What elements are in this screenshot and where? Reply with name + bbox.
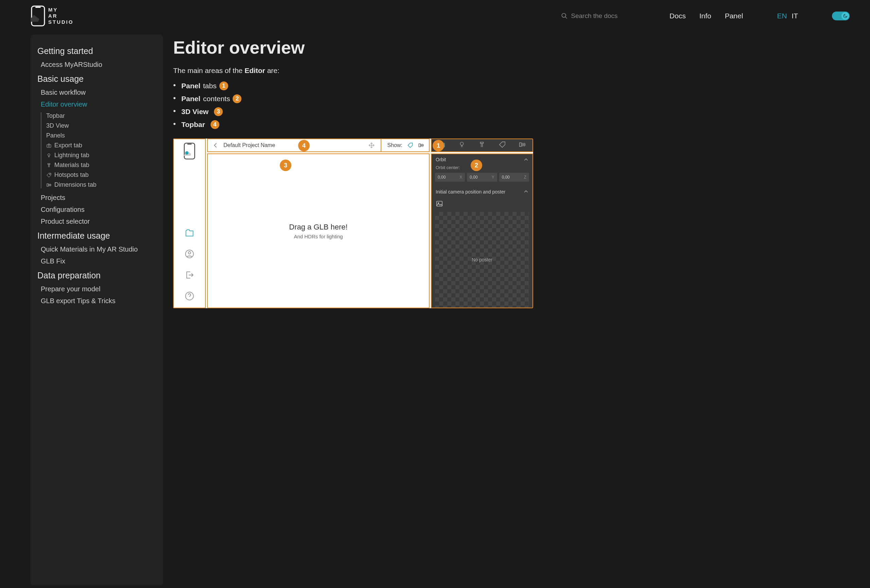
marker-1: 1 <box>433 140 444 152</box>
sidebar-sub-panels[interactable]: Panels <box>46 132 156 139</box>
mock-project-name: Default Project Name <box>223 142 364 148</box>
svg-point-11 <box>185 152 188 155</box>
editor-screenshot: Default Project Name Show: Drag a GLB he… <box>173 138 533 308</box>
ruler-icon <box>518 141 526 150</box>
sidebar-section-basic[interactable]: Basic usage <box>37 74 156 84</box>
sidebar-section-intermediate[interactable]: Intermediate usage <box>37 231 156 241</box>
sidebar-sub-export[interactable]: Export tab <box>46 142 156 149</box>
svg-rect-1 <box>35 7 41 8</box>
tag-icon <box>407 142 413 148</box>
bulb-icon <box>46 153 52 158</box>
chevron-up-icon <box>524 157 528 162</box>
mock-panel-contents: Orbit Orbit center: 0,00X 0,00Y 0,00Z In… <box>431 153 533 308</box>
mock-show-label: Show: <box>387 142 402 148</box>
list-item: 3D View 3 <box>173 105 533 118</box>
svg-rect-4 <box>47 144 51 147</box>
chevron-left-icon <box>213 142 219 148</box>
marker-3: 3 <box>280 159 291 171</box>
sidebar-item-glb-fix[interactable]: GLB Fix <box>37 255 156 267</box>
page-list: Panel tabs 1 Panel contents 2 3D View 3 … <box>173 79 533 131</box>
sidebar-item-configurations[interactable]: Configurations <box>37 204 156 216</box>
sidebar-item-glb-tips[interactable]: GLB export Tips & Tricks <box>37 295 156 307</box>
help-icon <box>185 291 194 301</box>
badge-2: 2 <box>232 94 241 103</box>
mock-field-x: 0,00X <box>435 173 465 182</box>
list-item: Panel tabs 1 <box>173 79 533 92</box>
sidebar-sub-materials[interactable]: Materials tab <box>46 162 156 169</box>
chevron-up-icon <box>524 189 528 194</box>
sidebar-item-product-selector[interactable]: Product selector <box>37 216 156 228</box>
svg-point-18 <box>460 142 463 145</box>
lang-en[interactable]: EN <box>777 12 787 20</box>
mock-camera-header: Initial camera position and poster <box>432 186 532 198</box>
sidebar-item-access[interactable]: Access MyARStudio <box>37 59 156 71</box>
move-icon <box>368 142 375 148</box>
mock-field-y: 0,00Y <box>467 173 497 182</box>
badge-4: 4 <box>210 120 219 129</box>
logo[interactable]: MY AR STUDIO <box>31 6 74 27</box>
moon-icon <box>842 12 849 20</box>
brush-icon <box>46 162 52 168</box>
brush-icon <box>478 141 486 150</box>
nav-panel[interactable]: Panel <box>725 12 743 20</box>
page-intro: The main areas of the Editor are: <box>173 67 533 75</box>
sidebar-item-prepare-model[interactable]: Prepare your model <box>37 283 156 295</box>
mock-drag-subtext: And HDRs for lighting <box>294 234 343 239</box>
search[interactable] <box>561 12 639 20</box>
logo-text: MY AR STUDIO <box>48 7 74 25</box>
image-icon <box>436 200 528 208</box>
mock-panel-tabs <box>431 138 533 152</box>
ruler-icon <box>418 142 424 148</box>
folder-icon <box>185 228 194 238</box>
app-topbar: MY AR STUDIO Docs Info Panel EN IT <box>0 0 870 32</box>
marker-4: 4 <box>298 140 310 152</box>
search-input[interactable] <box>571 12 639 20</box>
badge-1: 1 <box>219 82 228 90</box>
svg-rect-15 <box>419 144 420 147</box>
svg-rect-19 <box>520 143 521 147</box>
theme-toggle[interactable] <box>832 12 850 20</box>
svg-rect-9 <box>185 143 195 159</box>
sidebar-sub-dimensions[interactable]: Dimensions tab <box>46 181 156 188</box>
svg-rect-20 <box>437 201 442 206</box>
badge-3: 3 <box>214 107 223 116</box>
nav-info[interactable]: Info <box>699 12 711 20</box>
sidebar: Getting started Access MyARStudio Basic … <box>31 35 163 585</box>
mock-topbar: Default Project Name Show: <box>207 138 429 152</box>
search-icon <box>561 13 568 19</box>
top-nav: Docs Info Panel <box>670 12 743 20</box>
mock-field-z: 0,00Z <box>499 173 529 182</box>
svg-point-6 <box>48 153 50 156</box>
sidebar-sub-lightning[interactable]: Lightning tab <box>46 152 156 159</box>
user-icon <box>185 249 194 259</box>
mock-logo-icon <box>183 143 195 161</box>
svg-point-13 <box>188 252 191 254</box>
sidebar-item-projects[interactable]: Projects <box>37 192 156 204</box>
sidebar-sub-hotspots[interactable]: Hotspots tab <box>46 171 156 179</box>
mock-3d-view: Drag a GLB here! And HDRs for lighting <box>207 153 429 308</box>
sidebar-item-editor-overview[interactable]: Editor overview <box>37 98 156 110</box>
svg-point-2 <box>562 13 566 18</box>
svg-point-7 <box>49 174 50 174</box>
sidebar-sub-topbar[interactable]: Topbar <box>46 112 156 119</box>
logout-icon <box>185 270 194 280</box>
sidebar-item-quick-materials[interactable]: Quick Materials in My AR Studio <box>37 243 156 255</box>
sidebar-section-getting-started[interactable]: Getting started <box>37 46 156 56</box>
tag-icon <box>46 173 52 178</box>
sidebar-section-data-prep[interactable]: Data preparation <box>37 271 156 280</box>
svg-rect-10 <box>188 144 192 144</box>
page-title: Editor overview <box>173 37 533 58</box>
ruler-icon <box>46 182 52 188</box>
camera-icon <box>46 143 52 148</box>
tag-icon <box>499 141 506 150</box>
sidebar-sub-3dview[interactable]: 3D View <box>46 122 156 130</box>
svg-line-3 <box>565 17 567 19</box>
sidebar-item-workflow[interactable]: Basic workflow <box>37 86 156 98</box>
nav-docs[interactable]: Docs <box>670 12 686 20</box>
language-switch: EN IT <box>777 12 798 20</box>
lang-it[interactable]: IT <box>791 12 798 20</box>
svg-point-5 <box>48 145 49 146</box>
logo-icon <box>31 6 46 27</box>
list-item: Panel contents 2 <box>173 92 533 105</box>
mock-poster-area: No poster <box>435 212 529 308</box>
